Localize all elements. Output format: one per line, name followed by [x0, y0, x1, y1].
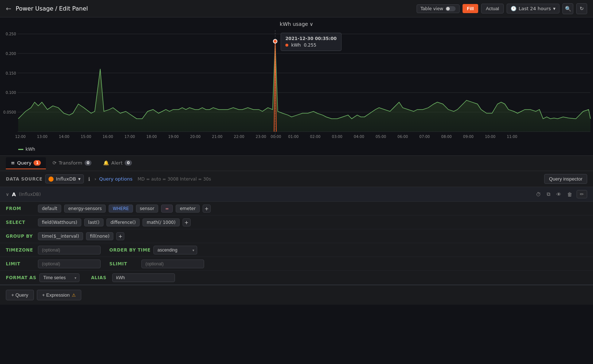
- format-select-wrap[interactable]: Time series Table Logs: [39, 273, 79, 282]
- slimit-input[interactable]: [141, 260, 204, 268]
- legend-color-swatch: [18, 149, 23, 150]
- select-row: SELECT field(Watthours) last() differenc…: [0, 215, 593, 229]
- group-fill-tag[interactable]: fill(none): [86, 232, 114, 240]
- chevron-down-icon: ▾: [553, 6, 555, 11]
- datasource-chevron: ▾: [78, 176, 81, 182]
- from-default-tag[interactable]: default: [38, 205, 61, 213]
- svg-text:08:00: 08:00: [441, 135, 452, 139]
- datasource-name: InfluxDB: [56, 176, 76, 182]
- chart-title[interactable]: kWh usage ∨: [0, 17, 593, 31]
- order-by-select[interactable]: ascending descending: [153, 246, 197, 254]
- collapse-button[interactable]: ∨: [6, 192, 9, 197]
- from-keyword: FROM: [6, 206, 35, 211]
- svg-text:15:00: 15:00: [81, 135, 91, 139]
- select-field-tag[interactable]: field(Watthours): [38, 218, 81, 226]
- svg-text:04:00: 04:00: [354, 135, 364, 139]
- limit-input[interactable]: [38, 260, 101, 268]
- query-tab-badge: 1: [34, 160, 41, 166]
- group-time-tag[interactable]: time($__interval): [38, 232, 83, 240]
- tab-query[interactable]: ≡ Query 1: [6, 157, 46, 169]
- time-range-picker[interactable]: 🕐 Last 24 hours ▾: [507, 4, 559, 13]
- transform-tab-badge: 0: [85, 160, 92, 166]
- query-inspector-button[interactable]: Query inspector: [544, 174, 587, 184]
- limit-row: LIMIT SLIMIT: [0, 257, 593, 271]
- add-expression-button[interactable]: + Expression ⚠: [37, 290, 82, 300]
- alias-label: ALIAS: [91, 275, 109, 280]
- add-query-button[interactable]: + Query: [6, 290, 34, 300]
- select-keyword: SELECT: [6, 220, 35, 225]
- table-view-toggle[interactable]: Table view: [417, 4, 460, 13]
- alias-input[interactable]: [112, 273, 175, 282]
- svg-text:00:00: 00:00: [271, 135, 281, 139]
- select-math-tag[interactable]: math(/ 1000): [143, 218, 179, 226]
- transform-tab-label: Transform: [59, 160, 82, 166]
- from-add-button[interactable]: +: [203, 205, 211, 213]
- from-measurement-tag[interactable]: energy-sensors: [64, 205, 106, 213]
- actual-button[interactable]: Actual: [481, 4, 504, 13]
- tab-alert[interactable]: 🔔 Alert 0: [98, 157, 137, 169]
- zoom-out-button[interactable]: 🔍: [562, 3, 573, 14]
- query-meta-text: MD = auto = 3008 Interval = 30s: [137, 177, 211, 182]
- svg-text:09:00: 09:00: [463, 135, 474, 139]
- svg-text:0.200: 0.200: [5, 52, 16, 56]
- svg-text:13:00: 13:00: [37, 135, 48, 139]
- svg-text:17:00: 17:00: [125, 135, 135, 139]
- svg-text:06:00: 06:00: [398, 135, 408, 139]
- group-by-row: GROUP BY time($__interval) fill(none) +: [0, 229, 593, 243]
- timezone-input[interactable]: [38, 246, 101, 254]
- query-block-header: ∨ A (InfluxDB) ⏱ ⧉ 👁 🗑 ✏: [0, 187, 593, 202]
- datasource-info-button[interactable]: ℹ: [87, 175, 91, 183]
- query-header-icons: ⏱ ⧉ 👁 🗑 ✏: [534, 190, 587, 198]
- time-icon-button[interactable]: ⏱: [534, 191, 542, 198]
- zoom-icon: 🔍: [565, 6, 571, 12]
- edit-query-button[interactable]: ✏: [577, 190, 587, 198]
- select-last-tag[interactable]: last(): [84, 218, 104, 226]
- refresh-button[interactable]: ↻: [576, 3, 587, 14]
- select-add-button[interactable]: +: [183, 218, 191, 226]
- where-sensor-tag[interactable]: sensor: [136, 205, 159, 213]
- format-select[interactable]: Time series Table Logs: [39, 273, 79, 282]
- topbar-right: Table view Fill Actual 🕐 Last 24 hours ▾…: [417, 3, 587, 14]
- delete-query-button[interactable]: 🗑: [566, 191, 574, 198]
- datasource-selector[interactable]: InfluxDB ▾: [45, 174, 84, 183]
- toggle-switch[interactable]: [445, 6, 456, 11]
- select-difference-tag[interactable]: difference(): [106, 218, 140, 226]
- order-by-label: ORDER BY TIME: [109, 248, 151, 253]
- chart-title-chevron: ∨: [309, 21, 313, 27]
- query-options-link[interactable]: Query options: [99, 176, 133, 182]
- group-add-button[interactable]: +: [116, 232, 124, 240]
- svg-text:19:00: 19:00: [168, 135, 179, 139]
- fill-button[interactable]: Fill: [463, 4, 478, 13]
- alert-tab-icon: 🔔: [103, 160, 109, 166]
- svg-text:10:00: 10:00: [485, 135, 496, 139]
- svg-text:05:00: 05:00: [376, 135, 386, 139]
- group-by-keyword: GROUP BY: [6, 234, 35, 239]
- query-tabs: ≡ Query 1 ⟳ Transform 0 🔔 Alert 0: [0, 156, 593, 171]
- bottom-bar: + Query + Expression ⚠: [0, 285, 593, 305]
- from-row: FROM default energy-sensors WHERE sensor…: [0, 202, 593, 215]
- clock-icon: 🕐: [511, 6, 516, 11]
- svg-text:01:00: 01:00: [288, 135, 299, 139]
- limit-label: LIMIT: [6, 261, 35, 266]
- back-button[interactable]: ←: [6, 5, 11, 12]
- topbar: ← Power Usage / Edit Panel Table view Fi…: [0, 0, 593, 17]
- chart-title-text: kWh usage: [280, 21, 308, 27]
- where-operator-tag[interactable]: =: [161, 205, 173, 213]
- svg-text:21:00: 21:00: [212, 135, 223, 139]
- chart-svg-area: 0.250 0.200 0.150 0.100 0.0500: [0, 30, 593, 139]
- toggle-visibility-button[interactable]: 👁: [555, 191, 563, 198]
- tab-transform[interactable]: ⟳ Transform 0: [47, 157, 97, 169]
- svg-text:0.100: 0.100: [5, 91, 16, 95]
- timezone-label: TIMEZONE: [6, 248, 35, 253]
- where-tag[interactable]: WHERE: [109, 205, 133, 213]
- where-value-tag[interactable]: emeter: [176, 205, 199, 213]
- datasource-label: Data source: [6, 177, 42, 182]
- query-editor: ∨ A (InfluxDB) ⏱ ⧉ 👁 🗑 ✏ FROM default en…: [0, 187, 593, 285]
- svg-text:14:00: 14:00: [59, 135, 70, 139]
- order-by-select-wrap[interactable]: ascending descending: [153, 246, 197, 254]
- refresh-icon: ↻: [580, 6, 584, 11]
- copy-icon-button[interactable]: ⧉: [545, 190, 552, 198]
- svg-text:0.0500: 0.0500: [3, 110, 16, 114]
- page-title: Power Usage / Edit Panel: [16, 5, 88, 12]
- transform-tab-icon: ⟳: [52, 160, 56, 166]
